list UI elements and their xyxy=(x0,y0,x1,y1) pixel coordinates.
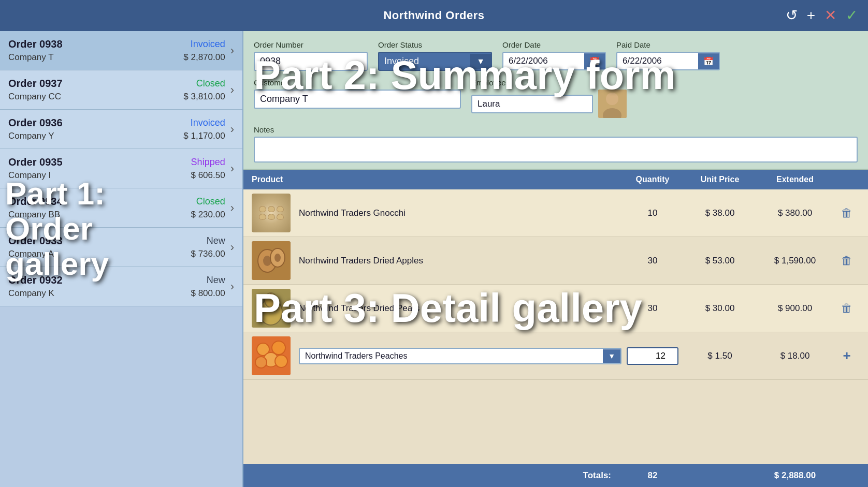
product-image-pears xyxy=(252,289,291,328)
product-name: Northwind Traders Gnocchi xyxy=(299,208,621,218)
order-amount: $ 230.00 xyxy=(191,210,225,220)
add-button[interactable]: + xyxy=(807,8,815,23)
status-dropdown-arrow-icon[interactable]: ▼ xyxy=(470,54,491,69)
order-number-label: Order Number xyxy=(254,40,368,49)
product-action[interactable]: 🗑 xyxy=(834,254,860,268)
main-layout: Part 1:Ordergallery Order 0938 Invoiced … xyxy=(0,31,868,487)
table-header: Product Quantity Unit Price Extended xyxy=(243,170,868,189)
order-company: Company CC xyxy=(8,92,61,102)
product-extended: $ 380.00 xyxy=(756,208,834,218)
order-amount: $ 3,810.00 xyxy=(183,92,225,102)
product-unit-price: $ 38.00 xyxy=(684,208,756,218)
customer-label: Customer xyxy=(254,78,461,87)
add-icon[interactable]: + xyxy=(843,348,850,363)
employee-field: Employee Laura xyxy=(471,78,627,118)
order-chevron: › xyxy=(230,280,234,293)
order-date-value: 6/22/2006 xyxy=(503,53,584,69)
product-unit-price: $ 53.00 xyxy=(684,256,756,266)
order-amount: $ 800.00 xyxy=(191,288,225,299)
product-image-peaches xyxy=(252,336,291,375)
product-action[interactable]: 🗑 xyxy=(834,302,860,315)
check-button[interactable]: ✓ xyxy=(846,8,858,23)
totals-row: Totals: 82 $ 2,888.00 xyxy=(243,464,868,487)
order-company: Company BB xyxy=(8,210,60,220)
order-id: Order 0938 xyxy=(8,38,63,50)
svg-point-17 xyxy=(275,355,287,367)
order-chevron: › xyxy=(230,162,234,175)
new-product-extended: $ 18.00 xyxy=(756,351,834,361)
col-extended-header: Extended xyxy=(756,175,834,184)
svg-point-1 xyxy=(606,93,618,105)
employee-label: Employee xyxy=(471,78,627,87)
status-dropdown[interactable]: Invoiced ▼ xyxy=(378,52,492,71)
delete-icon[interactable]: 🗑 xyxy=(841,254,852,267)
delete-icon[interactable]: 🗑 xyxy=(841,302,852,315)
order-amount: $ 1,170.00 xyxy=(183,131,225,141)
table-row: Northwind Traders Gnocchi 10 $ 38.00 $ 3… xyxy=(243,189,868,237)
delete-icon[interactable]: 🗑 xyxy=(841,206,852,219)
employee-value[interactable]: Laura xyxy=(471,95,593,113)
order-item-0936[interactable]: Order 0936 Invoiced Company Y $ 1,170.00… xyxy=(0,110,242,149)
notes-input[interactable] xyxy=(254,137,858,163)
customer-value[interactable]: Company T xyxy=(254,90,461,109)
col-action-header xyxy=(834,175,860,184)
order-status: New xyxy=(207,235,225,246)
order-company: Company Y xyxy=(8,131,54,141)
order-number-value: 0938 xyxy=(254,52,368,71)
col-product-header: Product xyxy=(252,175,621,184)
svg-point-14 xyxy=(272,341,285,355)
order-id: Order 0934 xyxy=(8,196,63,208)
header-actions: ↺ + ✕ ✓ xyxy=(786,8,858,23)
product-dropdown-value: Northwind Traders Peaches xyxy=(300,349,603,363)
order-item-0937[interactable]: Order 0937 Closed Company CC $ 3,810.00 … xyxy=(0,70,242,110)
paid-date-input[interactable]: 6/22/2006 📅 xyxy=(616,52,720,70)
calendar-icon[interactable]: 📅 xyxy=(584,53,605,69)
paid-calendar-icon[interactable]: 📅 xyxy=(698,53,719,69)
order-id: Order 0936 xyxy=(8,117,63,129)
table-body: Northwind Traders Gnocchi 10 $ 38.00 $ 3… xyxy=(243,189,868,464)
order-chevron: › xyxy=(230,44,234,57)
qty-input[interactable] xyxy=(627,347,678,365)
order-status: Invoiced xyxy=(191,39,225,50)
order-chevron: › xyxy=(230,241,234,254)
add-product-action[interactable]: + xyxy=(834,348,860,364)
product-action[interactable]: 🗑 xyxy=(834,206,860,220)
product-extended: $ 900.00 xyxy=(756,303,834,314)
new-product-unit-price: $ 1.50 xyxy=(684,351,756,361)
order-date-input[interactable]: 6/22/2006 📅 xyxy=(502,52,606,70)
employee-area: Laura xyxy=(471,90,627,118)
order-status: Closed xyxy=(196,78,225,89)
col-unit-price-header: Unit Price xyxy=(684,175,756,184)
order-item-0935[interactable]: Order 0935 Shipped Company I $ 606.50 › xyxy=(0,149,242,188)
product-dropdown-arrow-icon[interactable]: ▼ xyxy=(603,349,620,363)
paid-date-value: 6/22/2006 xyxy=(617,53,698,69)
product-dropdown[interactable]: Northwind Traders Peaches ▼ xyxy=(299,348,621,364)
paid-date-label: Paid Date xyxy=(616,40,720,49)
order-chevron: › xyxy=(230,123,234,136)
svg-point-16 xyxy=(255,357,267,368)
order-item-0932[interactable]: Order 0932 New Company K $ 800.00 › xyxy=(0,267,242,306)
app-header: Northwind Orders ↺ + ✕ ✓ xyxy=(0,0,868,31)
order-status: New xyxy=(207,275,225,286)
order-item-0934[interactable]: Order 0934 Closed Company BB $ 230.00 › xyxy=(0,188,242,228)
refresh-button[interactable]: ↺ xyxy=(786,8,798,23)
status-label: Order Status xyxy=(378,40,492,49)
product-qty: 10 xyxy=(621,208,684,218)
order-item-0933[interactable]: Order 0933 New Company A $ 736.00 › xyxy=(0,228,242,267)
order-company: Company A xyxy=(8,249,54,259)
product-name: Northwind Traders Dried Apples xyxy=(299,256,621,266)
order-status: Invoiced xyxy=(191,117,225,128)
order-date-field: Order Date 6/22/2006 📅 xyxy=(502,40,606,71)
order-status: Shipped xyxy=(191,157,225,168)
order-item-0938[interactable]: Order 0938 Invoiced Company T $ 2,870.00… xyxy=(0,31,242,70)
order-id: Order 0937 xyxy=(8,78,63,90)
detail-panel: Part 2: Summary form Part 3: Detail gall… xyxy=(243,31,868,487)
product-qty: 30 xyxy=(621,303,684,314)
close-button[interactable]: ✕ xyxy=(824,8,836,23)
notes-field: Notes xyxy=(254,125,858,163)
order-company: Company T xyxy=(8,52,54,63)
table-row-new: Northwind Traders Peaches ▼ $ 1.50 $ 18.… xyxy=(243,332,868,380)
order-gallery: Part 1:Ordergallery Order 0938 Invoiced … xyxy=(0,31,243,487)
order-amount: $ 736.00 xyxy=(191,249,225,259)
summary-form: Order Number 0938 Order Status Invoiced … xyxy=(243,31,868,170)
